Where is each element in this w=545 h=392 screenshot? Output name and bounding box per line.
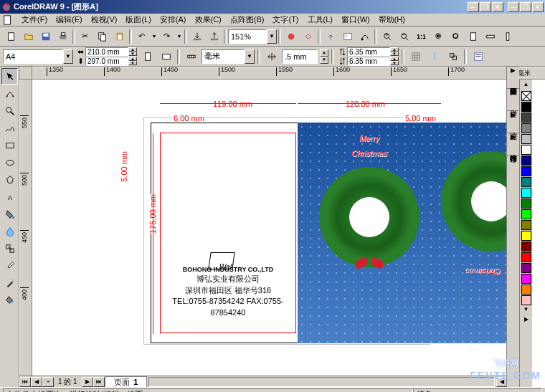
mdi-minimize-button[interactable]: ─	[468, 2, 479, 12]
ruler-vertical[interactable]: 550 500 450 400	[19, 80, 32, 387]
units-input[interactable]	[202, 49, 245, 64]
page-next-button[interactable]: ▶	[82, 377, 93, 387]
page-first-button[interactable]: ⏮	[19, 377, 31, 387]
dupy-down[interactable]: ▼	[390, 61, 399, 65]
interactive-fill-tool[interactable]	[1, 206, 18, 222]
minimize-button[interactable]: ─	[508, 2, 519, 12]
zoom-all-button[interactable]	[447, 28, 464, 44]
open-button[interactable]	[20, 28, 37, 44]
page-height-input[interactable]	[85, 57, 128, 66]
interactive-transparency-tool[interactable]	[1, 223, 18, 239]
scroll-h-track[interactable]	[148, 377, 495, 387]
menu-effects[interactable]: 效果(C)	[191, 14, 226, 26]
color-swatch-navy[interactable]	[521, 156, 531, 166]
color-swatch-white[interactable]	[521, 145, 531, 155]
restore-button[interactable]: ❐	[520, 2, 531, 12]
new-button[interactable]	[3, 28, 19, 44]
menu-help[interactable]: 帮助(H)	[374, 14, 409, 26]
corel-online-button[interactable]	[300, 28, 316, 44]
color-swatch-green[interactable]	[521, 199, 531, 209]
color-swatch-lime[interactable]	[521, 209, 531, 219]
docker-trace[interactable]: 追踪	[507, 121, 519, 133]
mdi-restore-button[interactable]: ❐	[480, 2, 491, 12]
whatsthis-button[interactable]: ?	[322, 28, 338, 44]
nudge-down[interactable]: ▼	[320, 57, 328, 64]
nudge-up[interactable]: ▲	[320, 49, 328, 57]
interactive-blend-tool[interactable]	[1, 240, 18, 257]
export-button[interactable]	[206, 28, 222, 44]
snap-guide-button[interactable]	[426, 48, 442, 64]
color-swatch-purple[interactable]	[521, 263, 531, 273]
menu-text[interactable]: 文字(T)	[268, 14, 303, 26]
outline-tool[interactable]	[1, 274, 18, 291]
color-swatch-red[interactable]	[521, 252, 531, 262]
cut-button[interactable]: ✂	[77, 28, 93, 44]
zoom-actual-button[interactable]: 1:1	[413, 28, 430, 44]
dupx-down[interactable]: ▼	[390, 52, 399, 56]
docker-expand-2[interactable]: ▶	[507, 89, 519, 99]
dupy-input[interactable]	[347, 57, 390, 66]
paper-combo[interactable]: ▼	[3, 49, 73, 64]
color-swatch-olive[interactable]	[521, 220, 531, 230]
app-launcher-button[interactable]	[283, 28, 299, 44]
copy-button[interactable]	[94, 28, 110, 44]
docker-transform[interactable]: 变形	[507, 99, 519, 111]
shape-tool[interactable]	[1, 85, 18, 102]
zoom-page-button[interactable]	[465, 28, 481, 44]
page-tab-1[interactable]: 页面 1	[105, 376, 148, 387]
page-last-button[interactable]: ⏭	[93, 377, 105, 387]
docker-symbols[interactable]: 符号与特殊字符	[507, 143, 519, 156]
print-button[interactable]	[54, 28, 71, 44]
menu-file[interactable]: 文件(F)	[17, 14, 52, 26]
color-swatch-teal[interactable]	[521, 177, 531, 187]
text-tool[interactable]: A	[1, 188, 18, 205]
paper-dropdown[interactable]: ▼	[63, 49, 73, 64]
menu-layout[interactable]: 版面(L)	[121, 14, 155, 26]
color-none-swatch[interactable]	[521, 91, 531, 101]
nudge-input[interactable]	[282, 49, 318, 64]
color-swatch-dkgray[interactable]	[521, 113, 531, 123]
mdi-close-button[interactable]: ✕	[492, 2, 503, 12]
options-button[interactable]	[470, 48, 486, 64]
zoom-combo[interactable]: ▼	[228, 29, 277, 44]
docker-expand-button[interactable]: ▶	[507, 67, 519, 77]
zoom-tool[interactable]	[1, 102, 18, 119]
redo-button[interactable]: ↷	[158, 28, 175, 44]
color-swatch-pink[interactable]	[521, 295, 531, 305]
drawing-page[interactable]: 119.00 mm 120.00 mm 6.00 mm 5.00 mm 239.…	[32, 80, 534, 376]
freehand-tool[interactable]	[1, 120, 18, 136]
menu-bitmaps[interactable]: 点阵图(B)	[226, 14, 269, 26]
paper-input[interactable]	[3, 49, 63, 64]
zoom-dropdown[interactable]: ▼	[267, 29, 277, 44]
color-swatch-orange[interactable]	[521, 285, 531, 295]
menu-arrange[interactable]: 安排(A)	[156, 14, 191, 26]
menu-view[interactable]: 检视(V)	[87, 14, 122, 26]
fill-tool[interactable]	[1, 292, 18, 308]
docker-expand-3[interactable]: ▶	[507, 111, 519, 121]
color-swatch-cyan[interactable]	[521, 188, 531, 198]
palette-up-button[interactable]: ▲	[521, 81, 531, 91]
ruler-horizontal[interactable]: 毫米 1350 1400 1450 1500 1550 1600 1650 17…	[32, 67, 545, 80]
undo-dropdown[interactable]: ▼	[151, 28, 158, 44]
menu-tools[interactable]: 工具(L)	[303, 14, 337, 26]
dupx-input[interactable]	[347, 47, 390, 57]
node-edit-button[interactable]	[356, 28, 373, 44]
pick-tool[interactable]	[1, 68, 18, 85]
menu-edit[interactable]: 编辑(E)	[52, 14, 87, 26]
scrapbook-button[interactable]	[339, 28, 356, 44]
zoom-input[interactable]	[228, 29, 267, 44]
eyedropper-tool[interactable]	[1, 257, 18, 274]
zoom-in-button[interactable]: +	[379, 28, 395, 44]
zoom-height-button[interactable]	[499, 28, 516, 44]
page-width-input[interactable]	[85, 47, 128, 57]
color-swatch-yellow[interactable]	[521, 231, 531, 241]
height-down[interactable]: ▼	[128, 61, 137, 65]
undo-button[interactable]: ↶	[133, 28, 150, 44]
import-button[interactable]	[189, 28, 205, 44]
ruler-origin[interactable]	[19, 67, 32, 80]
polygon-tool[interactable]	[1, 171, 18, 188]
palette-down-button[interactable]: ▼	[521, 306, 531, 316]
portrait-button[interactable]	[139, 48, 156, 64]
color-swatch-maroon[interactable]	[521, 242, 531, 252]
paste-button[interactable]	[111, 28, 128, 44]
